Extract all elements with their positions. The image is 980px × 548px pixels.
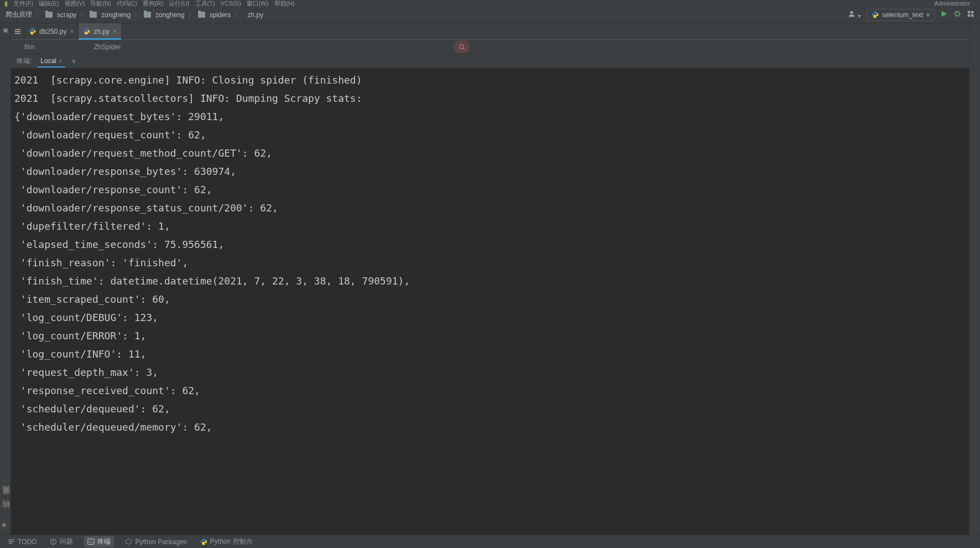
chevron-down-icon: ▾ bbox=[926, 11, 930, 19]
python-icon bbox=[872, 11, 879, 18]
problems-button[interactable]: 问题 bbox=[48, 536, 75, 547]
menu-item[interactable]: 文件(F) bbox=[13, 0, 33, 7]
svg-rect-12 bbox=[9, 543, 13, 544]
chevron-right-icon: 〉 bbox=[80, 10, 86, 19]
run-config-label: selenium_text bbox=[882, 11, 923, 19]
left-tool-stripe: ▣ 收藏夹 结构 ★ bbox=[0, 23, 11, 535]
terminal-label: 终端 bbox=[97, 537, 111, 546]
terminal-tabs: 终端: Local × + bbox=[11, 54, 969, 69]
folder-icon bbox=[45, 12, 53, 18]
navigation-bar: 爬虫原理 〉 scrapy 〉 zongheng 〉 zongheng 〉 sp… bbox=[0, 7, 980, 23]
right-tool-stripe bbox=[969, 23, 980, 535]
debug-button[interactable] bbox=[953, 10, 961, 19]
svg-rect-11 bbox=[9, 541, 14, 542]
menu-item[interactable]: 视图(V) bbox=[65, 0, 85, 7]
terminal-output[interactable]: 2021 [scrapy.core.engine] INFO: Closing … bbox=[11, 69, 969, 535]
console-label: Python 控制台 bbox=[210, 537, 253, 546]
user-icon[interactable]: ▾ bbox=[847, 9, 861, 20]
svg-rect-10 bbox=[9, 539, 14, 540]
chevron-right-icon: 〉 bbox=[134, 10, 140, 19]
svg-point-0 bbox=[850, 11, 853, 14]
structure-tab[interactable]: 结构 bbox=[1, 513, 11, 515]
breadcrumb-item[interactable]: spiders bbox=[210, 11, 231, 19]
status-bar: TODO 问题 终端 Python Packages Python 控制台 bbox=[0, 535, 980, 548]
tab-label: zh.py bbox=[93, 28, 110, 35]
menu-item[interactable]: 运行(U) bbox=[169, 0, 189, 7]
python-file-icon bbox=[29, 28, 36, 35]
chevron-right-icon: 〉 bbox=[35, 10, 42, 19]
editor-subheader: film ZhSpider bbox=[11, 40, 969, 54]
svg-rect-6 bbox=[14, 29, 20, 30]
chevron-down-icon: ▾ bbox=[858, 12, 861, 20]
folder-icon bbox=[198, 12, 205, 18]
menubar: ▮ 文件(F) 编辑(E) 视图(V) 导航(N) 代码(C) 重构(R) 运行… bbox=[0, 0, 980, 7]
breadcrumb-item[interactable]: scrapy bbox=[57, 11, 76, 19]
tab-label: Local bbox=[40, 57, 56, 65]
svg-rect-3 bbox=[971, 11, 973, 13]
search-highlight[interactable] bbox=[453, 40, 470, 54]
python-icon bbox=[200, 538, 207, 545]
folder-icon bbox=[90, 12, 97, 18]
app-logo-icon: ▮ bbox=[4, 0, 8, 7]
svg-rect-14 bbox=[53, 540, 54, 542]
svg-rect-4 bbox=[968, 14, 970, 17]
breadcrumb-root[interactable]: 爬虫原理 bbox=[6, 10, 32, 19]
menu-item[interactable]: 重构(R) bbox=[143, 0, 163, 7]
run-button[interactable] bbox=[940, 10, 948, 19]
structure-label: film bbox=[24, 43, 35, 51]
close-icon[interactable]: × bbox=[59, 58, 62, 64]
svg-rect-7 bbox=[14, 31, 20, 32]
breadcrumb[interactable]: 爬虫原理 〉 scrapy 〉 zongheng 〉 zongheng 〉 sp… bbox=[6, 10, 263, 19]
editor-tab-zh[interactable]: zh.py × bbox=[79, 23, 122, 39]
menu-item[interactable]: 工具(T) bbox=[195, 0, 215, 7]
svg-rect-8 bbox=[14, 33, 20, 34]
folder-icon bbox=[144, 12, 151, 18]
chevron-right-icon: 〉 bbox=[188, 10, 195, 19]
breadcrumb-item[interactable]: zongheng bbox=[155, 11, 185, 19]
breadcrumb-file[interactable]: zh.py bbox=[247, 11, 263, 19]
project-view-button[interactable] bbox=[11, 23, 24, 39]
close-icon[interactable]: × bbox=[113, 28, 117, 35]
packages-label: Python Packages bbox=[135, 538, 186, 546]
menu-item[interactable]: 代码(C) bbox=[117, 0, 137, 7]
run-configuration-dropdown[interactable]: selenium_text ▾ bbox=[867, 9, 935, 21]
breadcrumb-item[interactable]: zongheng bbox=[101, 11, 131, 19]
more-actions-icon[interactable] bbox=[967, 10, 974, 19]
python-file-icon bbox=[83, 28, 90, 35]
close-icon[interactable]: × bbox=[70, 28, 74, 35]
todo-label: TODO bbox=[18, 538, 37, 546]
title-suffix: Administrator bbox=[934, 0, 970, 7]
chevron-right-icon: 〉 bbox=[234, 10, 241, 19]
menu-item[interactable]: 帮助(H) bbox=[274, 0, 295, 7]
terminal-button[interactable]: 终端 bbox=[84, 536, 114, 547]
python-console-button[interactable]: Python 控制台 bbox=[198, 536, 255, 547]
editor-tabs: db250.py × zh.py × bbox=[11, 23, 969, 40]
project-icon[interactable]: ▣ bbox=[3, 27, 8, 34]
terminal-label: 终端: bbox=[17, 56, 32, 66]
svg-rect-15 bbox=[53, 542, 54, 544]
terminal-tab-local[interactable]: Local × bbox=[37, 55, 65, 68]
menu-item[interactable]: 窗口(W) bbox=[247, 0, 269, 7]
python-packages-button[interactable]: Python Packages bbox=[123, 537, 189, 547]
svg-rect-2 bbox=[968, 11, 970, 13]
favorites-tab[interactable]: 收藏夹 bbox=[1, 498, 11, 502]
svg-point-1 bbox=[956, 12, 960, 16]
menu-item[interactable]: 编辑(E) bbox=[39, 0, 59, 7]
add-terminal-button[interactable]: + bbox=[71, 56, 76, 66]
svg-rect-5 bbox=[971, 14, 973, 17]
svg-rect-16 bbox=[88, 539, 94, 545]
todo-button[interactable]: TODO bbox=[6, 537, 39, 547]
editor-tab-db250[interactable]: db250.py × bbox=[24, 23, 79, 39]
tab-label: db250.py bbox=[39, 28, 66, 35]
svg-point-9 bbox=[460, 44, 463, 48]
menu-item[interactable]: 导航(N) bbox=[90, 0, 111, 7]
menu-item[interactable]: VCS(S) bbox=[221, 0, 241, 7]
class-breadcrumb[interactable]: ZhSpider bbox=[94, 43, 121, 51]
favorites-star-icon[interactable]: ★ bbox=[1, 520, 11, 529]
problems-label: 问题 bbox=[60, 537, 73, 546]
